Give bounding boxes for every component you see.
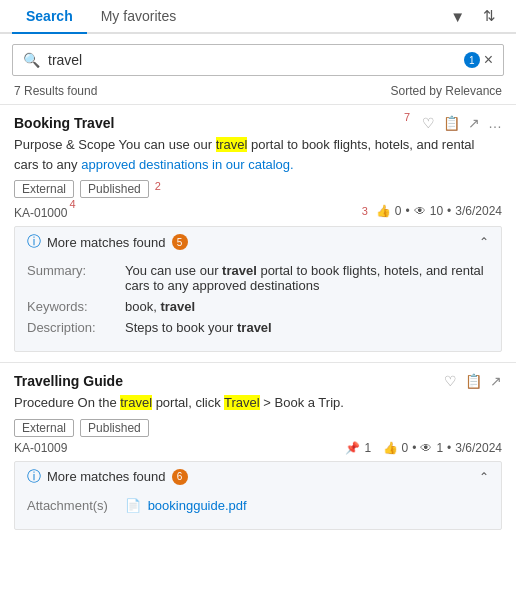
card-actions-2: ♡ 📋 ↗ [444, 373, 502, 389]
body2-text-3: > Book a Trip. [260, 395, 344, 410]
card-actions: 7 ♡ 📋 ↗ … [408, 115, 502, 131]
match-label-description: Description: [27, 320, 117, 335]
more-matches-label-2: More matches found [47, 469, 166, 484]
tag2-external: External [14, 419, 74, 437]
body-blue[interactable]: approved destinations in our catalog. [81, 157, 293, 172]
tag-external: External [14, 180, 74, 198]
result-card-booking-travel: Booking Travel 7 ♡ 📋 ↗ … Purpose & Scope… [0, 104, 516, 352]
result-card-travelling-guide: Travelling Guide ♡ 📋 ↗ Procedure On the … [0, 362, 516, 530]
match-value-attachment: 📄 bookingguide.pdf [125, 498, 247, 513]
chevron-up-icon[interactable]: ⌃ [479, 235, 489, 249]
search-badge: 1 [464, 52, 480, 68]
meta-badge: 3 [362, 205, 368, 217]
more-matches-header-1[interactable]: ⓘ More matches found 5 ⌃ [15, 227, 501, 257]
sort-label: Sorted by Relevance [391, 84, 502, 98]
match-label-attachment: Attachment(s) [27, 498, 117, 513]
tag-published: Published [80, 180, 149, 198]
match-row-attachment: Attachment(s) 📄 bookingguide.pdf [27, 498, 489, 513]
match-row-keywords: Keywords: book, travel [27, 299, 489, 314]
info-icon: ⓘ [27, 233, 41, 251]
card-header-2: Travelling Guide ♡ 📋 ↗ [14, 373, 502, 389]
more-matches-header-2[interactable]: ⓘ More matches found 6 ⌃ [15, 462, 501, 492]
card-body: Purpose & Scope You can use our travel p… [14, 135, 502, 174]
view-icon[interactable]: 👁 [414, 204, 426, 218]
sort-button[interactable]: ⇅ [479, 5, 500, 27]
match-badge: 5 [172, 234, 188, 250]
more-matches-body-1: Summary: You can use our travel portal t… [15, 257, 501, 351]
search-bar: 🔍 1 × [12, 44, 504, 76]
card-tags: External Published 2 [14, 180, 502, 198]
pdf-icon: 📄 [125, 498, 141, 513]
favorite-icon-2[interactable]: ♡ [444, 373, 457, 389]
attachment-filename[interactable]: bookingguide.pdf [148, 498, 247, 513]
body2-text-1: Procedure On the [14, 395, 120, 410]
share-icon[interactable]: ↗ [468, 115, 480, 131]
card-header: Booking Travel 7 ♡ 📋 ↗ … [14, 115, 502, 131]
card-tags-2: External Published [14, 419, 502, 437]
action-number: 7 [404, 111, 410, 123]
results-count: 7 Results found [14, 84, 97, 98]
like-icon[interactable]: 👍 [376, 204, 391, 218]
card-title-2: Travelling Guide [14, 373, 123, 389]
match-value-keywords: book, travel [125, 299, 195, 314]
match-value-description: Steps to book your travel [125, 320, 272, 335]
share-icon-2[interactable]: ↗ [490, 373, 502, 389]
header-icons: ▼ ⇅ [446, 0, 504, 32]
filter-button[interactable]: ▼ [446, 6, 469, 27]
search-input[interactable] [48, 52, 460, 68]
copy-icon[interactable]: 📋 [443, 115, 460, 131]
match-label-summary: Summary: [27, 263, 117, 293]
results-meta: 7 Results found Sorted by Relevance [0, 84, 516, 98]
meta-icons-2: 📌 1 👍 0 • 👁 1 • 3/6/2024 [345, 441, 502, 455]
tab-search[interactable]: Search [12, 0, 87, 34]
ka-id-2: KA-01009 [14, 441, 67, 455]
like-count: 0 [395, 204, 402, 218]
tag-badge: 2 [155, 180, 161, 198]
match-row-description: Description: Steps to book your travel [27, 320, 489, 335]
match-row-summary: Summary: You can use our travel portal t… [27, 263, 489, 293]
card-meta: KA-010004 3 👍 0 • 👁 10 • 3/6/2024 [14, 202, 502, 220]
body2-highlight-Travel: Travel [224, 395, 260, 410]
view-count: 10 [430, 204, 443, 218]
more-matches-title-1: ⓘ More matches found 5 [27, 233, 188, 251]
ka-badge: 4 [69, 198, 75, 210]
more-matches-1: ⓘ More matches found 5 ⌃ Summary: You ca… [14, 226, 502, 352]
more-icon[interactable]: … [488, 115, 502, 131]
clear-button[interactable]: × [484, 51, 493, 69]
date-2: 3/6/2024 [455, 441, 502, 455]
body-text-1: Purpose & Scope You can use our [14, 137, 216, 152]
info-icon-2: ⓘ [27, 468, 41, 486]
chevron-up-icon-2[interactable]: ⌃ [479, 470, 489, 484]
match-label-keywords: Keywords: [27, 299, 117, 314]
body2-highlight-travel: travel [120, 395, 152, 410]
match-badge-2: 6 [172, 469, 188, 485]
favorite-icon[interactable]: ♡ [422, 115, 435, 131]
tag2-published: Published [80, 419, 149, 437]
more-matches-2: ⓘ More matches found 6 ⌃ Attachment(s) 📄… [14, 461, 502, 530]
view-icon-2[interactable]: 👁 [420, 441, 432, 455]
like-count-2: 0 [402, 441, 409, 455]
tabs-bar: Search My favorites ▼ ⇅ [0, 0, 516, 34]
view-count-2: 1 [436, 441, 443, 455]
card-body-2: Procedure On the travel portal, click Tr… [14, 393, 502, 413]
search-icon: 🔍 [23, 52, 40, 68]
more-matches-body-2: Attachment(s) 📄 bookingguide.pdf [15, 492, 501, 529]
like-icon-2[interactable]: 👍 [383, 441, 398, 455]
card-title: Booking Travel [14, 115, 114, 131]
copy-icon-2[interactable]: 📋 [465, 373, 482, 389]
sort-icon: ⇅ [483, 7, 496, 25]
attachment-count: 1 [364, 441, 371, 455]
tab-my-favorites[interactable]: My favorites [87, 0, 190, 34]
card-meta-2: KA-01009 📌 1 👍 0 • 👁 1 • 3/6/2024 [14, 441, 502, 455]
more-matches-title-2: ⓘ More matches found 6 [27, 468, 188, 486]
date: 3/6/2024 [455, 204, 502, 218]
body-highlight-travel: travel [216, 137, 248, 152]
body2-text-2: portal, click [152, 395, 224, 410]
match-value-summary: You can use our travel portal to book fl… [125, 263, 489, 293]
meta-icons: 3 👍 0 • 👁 10 • 3/6/2024 [362, 204, 502, 218]
attachment-icon: 📌 [345, 441, 360, 455]
filter-icon: ▼ [450, 8, 465, 25]
ka-id: KA-010004 [14, 202, 76, 220]
more-matches-label: More matches found [47, 235, 166, 250]
